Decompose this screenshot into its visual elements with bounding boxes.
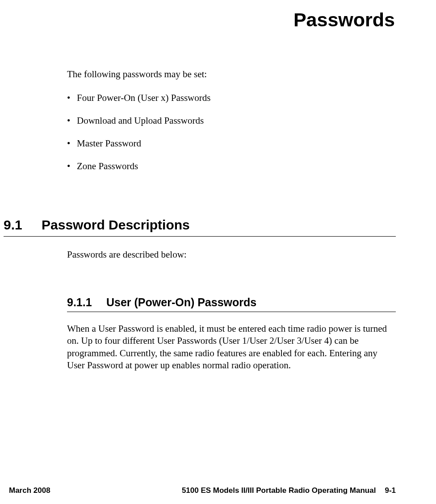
subsection-heading: 9.1.1User (Power-On) Passwords — [67, 296, 396, 312]
list-item: Four Power-On (User x) Passwords — [67, 92, 396, 104]
section-number: 9.1 — [4, 217, 42, 233]
list-item: Download and Upload Passwords — [67, 115, 396, 126]
subsection-number: 9.1.1 — [67, 296, 106, 309]
section-heading: 9.1Password Descriptions — [4, 217, 396, 237]
password-list: Four Power-On (User x) Passwords Downloa… — [67, 92, 396, 172]
footer-page-number: 9-1 — [385, 486, 396, 495]
subsection-body: When a User Password is enabled, it must… — [67, 323, 396, 371]
chapter-title: Passwords — [0, 9, 396, 31]
intro-text: The following passwords may be set: — [67, 69, 396, 80]
footer-manual-title: 5100 ES Models II/III Portable Radio Ope… — [182, 486, 376, 495]
list-item: Zone Passwords — [67, 161, 396, 172]
subsection-title: User (Power-On) Passwords — [106, 296, 256, 308]
section-title: Password Descriptions — [42, 217, 190, 232]
page-footer: March 2008 5100 ES Models II/III Portabl… — [9, 486, 396, 495]
list-item: Master Password — [67, 138, 396, 149]
section-intro-text: Passwords are described below: — [67, 249, 396, 260]
footer-date: March 2008 — [9, 486, 50, 495]
